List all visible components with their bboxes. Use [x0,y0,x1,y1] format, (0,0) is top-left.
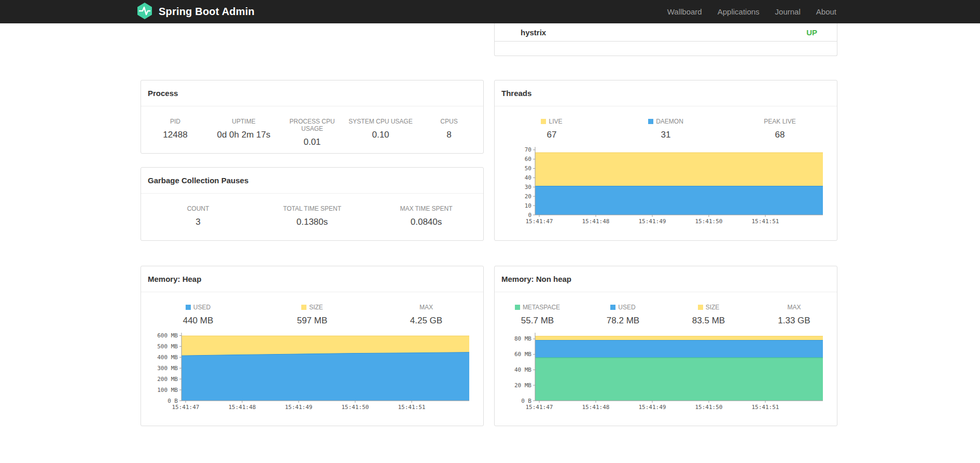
svg-text:15:41:47: 15:41:47 [526,404,553,411]
stat-nonheap-metaspace: METASPACE 55.7 MB [495,304,580,326]
stat-nonheap-max: MAX 1.33 GB [751,304,837,326]
stat-value: 0.1380s [255,217,369,227]
stat-label: USED [580,304,666,311]
used-swatch [610,305,615,310]
heap-legend: USED 440 MB SIZE 597 MB MAX 4.25 GB [141,304,483,326]
svg-text:15:41:48: 15:41:48 [582,404,610,411]
svg-text:15:41:50: 15:41:50 [695,404,723,411]
page: Spring Boot Admin Wallboard Applications… [0,0,980,463]
used-swatch [186,305,191,310]
stat-cpus: CPUS 8 [415,118,483,147]
gc-card: Garbage Collection Pauses COUNT 3 TOTAL … [141,167,484,241]
svg-text:15:41:48: 15:41:48 [582,218,610,225]
nav-item-wallboard[interactable]: Wallboard [660,0,710,23]
stat-value: 12488 [141,130,209,140]
nav-item-about[interactable]: About [808,0,844,23]
nav-item-journal[interactable]: Journal [767,0,808,23]
stat-value: 55.7 MB [495,316,580,326]
nonheap-card: Memory: Non heap METASPACE 55.7 MB USED … [494,266,837,426]
stat-process-cpu: PROCESS CPU USAGE 0.01 [278,118,346,147]
svg-text:0 B: 0 B [167,398,178,404]
brand-title: Spring Boot Admin [159,6,255,18]
stat-threads-peak: PEAK LIVE 68 [723,118,837,140]
stat-threads-daemon: DAEMON 31 [609,118,723,140]
threads-chart: 01020304050607015:41:4715:41:4815:41:491… [505,145,824,227]
nonheap-legend: METASPACE 55.7 MB USED 78.2 MB SIZE 83.5… [495,304,837,326]
process-card-title: Process [141,80,483,106]
stat-nonheap-used: USED 78.2 MB [580,304,666,326]
stat-label: COUNT [141,205,255,212]
stat-label: MAX [751,304,837,311]
svg-text:15:41:51: 15:41:51 [398,404,426,411]
stat-label: MAX [369,304,483,311]
stat-label: SIZE [255,304,369,311]
stat-system-cpu: SYSTEM CPU USAGE 0.10 [346,118,415,147]
svg-text:15:41:47: 15:41:47 [526,218,553,225]
svg-text:15:41:48: 15:41:48 [229,404,256,411]
svg-text:70: 70 [525,146,531,153]
svg-text:500 MB: 500 MB [157,343,178,350]
stat-value: 4.25 GB [369,316,483,326]
process-stats: PID 12488 UPTIME 0d 0h 2m 17s PROCESS CP… [141,118,483,147]
stat-label: USED [141,304,255,311]
stat-label: LIVE [495,118,609,125]
stat-value: 597 MB [255,316,369,326]
svg-text:15:41:51: 15:41:51 [752,404,779,411]
stat-value: 83.5 MB [666,316,751,326]
svg-text:60 MB: 60 MB [514,351,531,358]
health-card: hystrix UP [494,23,837,56]
stat-value: 8 [415,130,483,140]
size-swatch [301,305,306,310]
threads-legend: LIVE 67 DAEMON 31 PEAK LIVE 68 [495,118,837,140]
svg-text:15:41:49: 15:41:49 [639,218,666,225]
svg-text:10: 10 [525,202,531,209]
heap-chart: 0 B100 MB200 MB300 MB400 MB500 MB600 MB1… [151,331,470,413]
stat-label: SYSTEM CPU USAGE [346,118,415,125]
stat-threads-live: LIVE 67 [495,118,609,140]
svg-text:15:41:51: 15:41:51 [752,218,779,225]
stat-label: DAEMON [609,118,723,125]
svg-text:80 MB: 80 MB [514,335,531,342]
stat-value: 67 [495,130,609,140]
svg-text:600 MB: 600 MB [157,332,178,339]
svg-text:40 MB: 40 MB [514,366,531,373]
brand[interactable]: Spring Boot Admin [136,2,255,22]
stat-gc-total-time: TOTAL TIME SPENT 0.1380s [255,205,369,227]
stat-uptime: UPTIME 0d 0h 2m 17s [209,118,278,147]
stat-heap-max: MAX 4.25 GB [369,304,483,326]
stat-label: UPTIME [209,118,278,125]
metaspace-swatch [515,305,520,310]
size-swatch [698,305,703,310]
stat-value: 440 MB [141,316,255,326]
stat-value: 68 [723,130,837,140]
heap-card: Memory: Heap USED 440 MB SIZE 597 MB MAX [141,266,484,426]
gc-card-title: Garbage Collection Pauses [141,168,483,194]
stat-label: METASPACE [495,304,580,311]
brand-logo-icon [136,2,153,22]
gc-stats: COUNT 3 TOTAL TIME SPENT 0.1380s MAX TIM… [141,205,483,227]
svg-text:40: 40 [525,174,531,181]
stat-label: PID [141,118,209,125]
stat-heap-used: USED 440 MB [141,304,255,326]
nav-item-applications[interactable]: Applications [710,0,767,23]
svg-text:15:41:47: 15:41:47 [172,404,200,411]
stat-value: 1.33 GB [751,316,837,326]
svg-text:300 MB: 300 MB [157,365,178,372]
navbar: Spring Boot Admin Wallboard Applications… [0,0,980,23]
stat-value: 0.10 [346,130,415,140]
svg-text:100 MB: 100 MB [157,387,178,393]
nonheap-card-title: Memory: Non heap [495,266,837,292]
stat-value: 0.0840s [369,217,483,227]
svg-text:400 MB: 400 MB [157,354,178,361]
stat-label: SIZE [666,304,751,311]
svg-text:20: 20 [525,193,531,200]
threads-card: Threads LIVE 67 DAEMON 31 PEAK LIVE [494,80,837,241]
stat-value: 31 [609,130,723,140]
nonheap-chart: 0 B20 MB40 MB60 MB80 MB15:41:4715:41:481… [505,331,824,413]
stat-pid: PID 12488 [141,118,209,147]
process-card: Process PID 12488 UPTIME 0d 0h 2m 17s PR… [141,80,484,154]
stat-gc-max-time: MAX TIME SPENT 0.0840s [369,205,483,227]
daemon-swatch [648,119,653,124]
stat-value: 78.2 MB [580,316,666,326]
stat-value: 0d 0h 2m 17s [209,130,278,140]
